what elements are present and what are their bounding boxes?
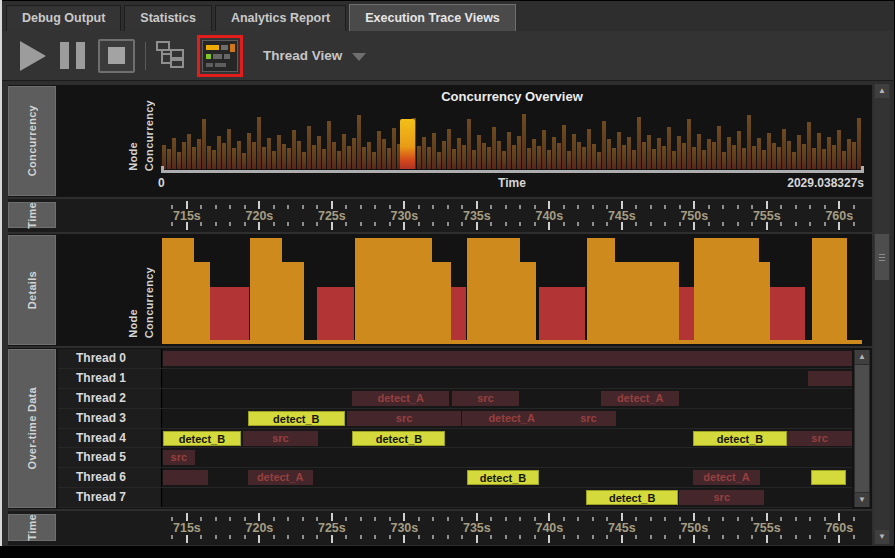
overview-bar bbox=[667, 127, 671, 169]
thread-row-track[interactable]: src bbox=[163, 448, 852, 467]
tree-view-button[interactable] bbox=[155, 39, 187, 73]
task-bar-detect_B[interactable]: detect_B bbox=[693, 431, 787, 446]
task-bar-src[interactable]: src bbox=[679, 490, 764, 505]
task-bar-detect_B[interactable]: detect_B bbox=[352, 431, 445, 446]
overview-bar bbox=[272, 151, 276, 169]
task-bar-unlabeled[interactable] bbox=[808, 371, 852, 386]
concurrency-block-high bbox=[162, 238, 194, 344]
task-bar-detect_B[interactable]: detect_B bbox=[248, 411, 345, 426]
scroll-up-icon[interactable]: ▲ bbox=[875, 84, 889, 98]
thread-row: Thread 7detect_Bsrc bbox=[58, 488, 852, 508]
concurrency-block-high bbox=[694, 238, 759, 344]
ruler-label: 725s bbox=[318, 521, 346, 535]
threads-scrollbar-thumb[interactable] bbox=[855, 365, 869, 492]
thread-row: Thread 5src bbox=[58, 448, 852, 468]
overview-bar bbox=[337, 151, 341, 169]
task-bar-src[interactable]: src bbox=[787, 431, 852, 446]
overview-bar bbox=[462, 145, 466, 169]
pause-button[interactable] bbox=[60, 42, 85, 69]
overview-bar bbox=[612, 148, 616, 169]
thread-row: Thread 1 bbox=[58, 369, 852, 389]
thread-row-track[interactable]: detect_Bsrcdetect_Bdetect_Bsrc bbox=[163, 429, 852, 448]
task-bar-src[interactable]: src bbox=[347, 411, 461, 426]
threads-scrollbar[interactable]: ▲ ▼ bbox=[854, 350, 870, 507]
overview-bar bbox=[222, 143, 226, 169]
task-bar-src[interactable]: src bbox=[163, 450, 195, 465]
task-bar-detect_B[interactable]: detect_B bbox=[467, 470, 539, 485]
task-bar-detect_A[interactable]: detect_A bbox=[352, 391, 448, 406]
main-scrollbar-thumb[interactable] bbox=[875, 234, 889, 280]
overview-bar bbox=[367, 142, 371, 169]
thread-row-track[interactable] bbox=[163, 369, 852, 388]
task-bar-src[interactable]: src bbox=[452, 391, 518, 406]
task-bar-detect_B[interactable]: detect_B bbox=[586, 490, 678, 505]
overview-bar bbox=[662, 146, 666, 169]
task-bar-unlabeled[interactable] bbox=[163, 351, 852, 366]
thread-row-track[interactable]: detect_Bsrcdetect_Asrc bbox=[163, 409, 852, 428]
thread-row-label: Thread 3 bbox=[58, 409, 162, 428]
overview-bar bbox=[317, 136, 321, 169]
overview-bar bbox=[857, 118, 861, 169]
thread-row-track[interactable]: detect_Bsrc bbox=[163, 488, 852, 507]
timeline-view-button[interactable] bbox=[202, 40, 238, 72]
overview-bar bbox=[602, 121, 606, 169]
task-bar-detect_B[interactable]: detect_B bbox=[163, 431, 241, 446]
overview-bar bbox=[497, 141, 501, 170]
time-ruler-bottom-panel: 715s720s725s730s735s740s745s750s755s760s bbox=[58, 511, 872, 545]
task-bar-detect_A[interactable]: detect_A bbox=[693, 470, 761, 485]
tab-statistics[interactable]: Statistics bbox=[124, 5, 212, 31]
overview-bar bbox=[822, 149, 826, 169]
tab-analytics-report[interactable]: Analytics Report bbox=[215, 5, 346, 31]
thread-row-track[interactable]: detect_Asrcdetect_A bbox=[163, 389, 852, 408]
overview-bar bbox=[182, 142, 186, 169]
overview-bars[interactable] bbox=[162, 112, 862, 169]
main-scrollbar[interactable]: ▲ ▼ bbox=[874, 84, 890, 544]
threads-section-header: Over-time Data bbox=[8, 349, 56, 508]
thread-row-track[interactable]: detect_Adetect_Bdetect_A bbox=[163, 468, 852, 487]
thread-rows: Thread 0Thread 1Thread 2detect_Asrcdetec… bbox=[58, 349, 852, 508]
task-bar-detect_A[interactable]: detect_A bbox=[601, 391, 679, 406]
scroll-down-icon[interactable]: ▼ bbox=[875, 530, 889, 544]
thread-row-track[interactable] bbox=[163, 349, 852, 368]
timeline-gray-bar bbox=[224, 54, 230, 59]
chevron-down-icon bbox=[352, 53, 366, 61]
thread-row-label: Thread 0 bbox=[58, 349, 162, 368]
thread-row: Thread 4detect_Bsrcdetect_Bdetect_Bsrc bbox=[58, 429, 852, 449]
task-bar-detect_A[interactable]: detect_A bbox=[248, 470, 313, 485]
window-left-edge bbox=[0, 0, 2, 558]
concurrency-block-low bbox=[679, 287, 694, 344]
overview-bar bbox=[682, 143, 686, 169]
task-bar-detect_A[interactable]: detect_A bbox=[462, 411, 561, 426]
overview-bar bbox=[472, 150, 476, 169]
thread-row: Thread 0 bbox=[58, 349, 852, 369]
stop-button[interactable] bbox=[98, 39, 135, 73]
timeline-orange-bar bbox=[230, 44, 235, 52]
time-ruler-top-panel: 715s720s725s730s735s740s745s750s755s760s bbox=[58, 199, 872, 232]
tab-execution-trace-views[interactable]: Execution Trace Views bbox=[349, 4, 516, 31]
time-ruler-track[interactable]: 715s720s725s730s735s740s745s750s755s760s bbox=[162, 511, 854, 545]
concurrency-block-high bbox=[355, 238, 433, 344]
play-button[interactable] bbox=[20, 41, 46, 71]
ruler-labels: 715s720s725s730s735s740s745s750s755s760s bbox=[162, 521, 854, 536]
overview-bar bbox=[282, 144, 286, 169]
view-mode-dropdown[interactable]: Thread View bbox=[263, 48, 366, 63]
overview-bar bbox=[307, 126, 311, 169]
concurrency-block-high bbox=[194, 262, 209, 344]
task-bar-src[interactable]: src bbox=[561, 411, 615, 426]
concurrency-section: Concurrency Concurrency Overview NodeCon… bbox=[8, 85, 872, 197]
overview-bar bbox=[362, 147, 366, 169]
scroll-down-icon[interactable]: ▼ bbox=[855, 493, 869, 507]
overview-bar bbox=[427, 147, 431, 169]
concurrency-block-low bbox=[539, 287, 585, 344]
scroll-up-icon[interactable]: ▲ bbox=[855, 350, 869, 364]
overview-bar bbox=[577, 142, 581, 169]
details-chart[interactable] bbox=[162, 238, 862, 344]
time-ruler-track[interactable]: 715s720s725s730s735s740s745s750s755s760s bbox=[162, 199, 854, 232]
overview-bar bbox=[477, 135, 481, 169]
task-bar-unlabeled[interactable] bbox=[163, 470, 208, 485]
task-bar-unlabeled[interactable] bbox=[811, 470, 847, 485]
overview-selection[interactable] bbox=[400, 119, 415, 169]
task-bar-src[interactable]: src bbox=[243, 431, 318, 446]
overview-bar bbox=[167, 149, 171, 169]
tab-debug-output[interactable]: Debug Output bbox=[6, 5, 121, 31]
